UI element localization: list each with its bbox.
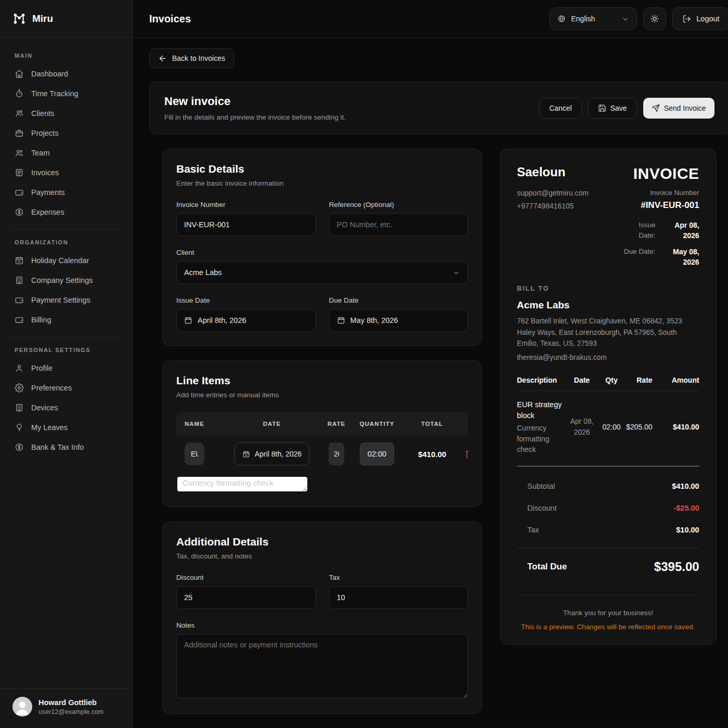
sidebar-item-label: Devices [31, 404, 58, 412]
sidebar-item-devices[interactable]: Devices [8, 398, 124, 418]
notes-textarea[interactable] [176, 634, 468, 698]
line-item-quantity-input[interactable] [360, 443, 394, 465]
calendar-icon [337, 316, 345, 324]
section-label-main: MAIN [15, 53, 118, 59]
preview-column: Saeloun support@getmiru.com +97774984161… [500, 149, 717, 714]
preview-col-description: Description [517, 376, 565, 384]
preview-col-qty: Qty [599, 376, 624, 384]
due-date-value: May 8th, 2026 [350, 316, 398, 324]
dollar-icon [15, 207, 24, 217]
preview-footer: Thank you for your business! This is a p… [517, 595, 699, 631]
tax-total-value: $10.00 [676, 526, 699, 534]
sidebar-item-holiday-calendar[interactable]: 31 Holiday Calendar [8, 251, 124, 270]
sidebar-item-label: Holiday Calendar [31, 256, 89, 265]
issue-date-value: April 8th, 2026 [198, 316, 246, 324]
sidebar-item-time-tracking[interactable]: Time Tracking [8, 84, 124, 103]
logout-button[interactable]: Logout [672, 7, 728, 30]
due-date-caption: Due Date: [623, 246, 656, 268]
sidebar-item-company-settings[interactable]: Company Settings [8, 270, 124, 290]
sidebar-item-dashboard[interactable]: Dashboard [8, 64, 124, 84]
preview-table-row: EUR strategy block Currency formatting c… [517, 391, 699, 466]
topbar-controls: English Logout [550, 7, 728, 30]
sidebar-item-profile[interactable]: Profile [8, 358, 124, 378]
preview-invoice-block: INVOICE Invoice Number #INV-EUR-001 Issu… [623, 165, 699, 267]
topbar: Invoices English Logout [133, 0, 728, 38]
gear-icon [15, 383, 24, 393]
sidebar-item-label: Team [31, 149, 49, 157]
line-item-description-textarea[interactable]: Currency formatting check [177, 477, 307, 491]
sidebar-item-label: Clients [31, 109, 54, 118]
preview-col-date: Date [567, 376, 597, 384]
card-icon [15, 295, 24, 305]
sidebar-item-expenses[interactable]: Expenses [8, 202, 124, 222]
invoice-number-label: Invoice Number [176, 201, 316, 209]
sidebar-item-projects[interactable]: Projects [8, 123, 124, 143]
company-phone: +9777498416105 [517, 200, 589, 213]
send-invoice-button[interactable]: Send Invoice [643, 98, 714, 119]
line-items-table: NAME DATE RATE QUANTITY TOTAL 31 [176, 412, 468, 473]
sidebar-item-invoices[interactable]: Invoices [8, 163, 124, 183]
sidebar-item-billing[interactable]: Billing [8, 310, 124, 330]
row-discount-tax: Discount Tax [176, 574, 468, 609]
line-item-date-value: April 8th, 2026 [255, 450, 302, 458]
save-button[interactable]: Save [588, 98, 637, 119]
notes-field-group: Notes [176, 621, 468, 700]
preview-table-header: Description Date Qty Rate Amount [517, 376, 699, 391]
cancel-button[interactable]: Cancel [539, 98, 582, 119]
tax-label: Tax [329, 574, 469, 581]
line-item-rate-input[interactable] [329, 443, 344, 465]
additional-details-subtitle: Tax, discount, and notes [176, 552, 468, 560]
user-card[interactable]: Howard Gottlieb user12@example.com [0, 688, 132, 728]
invoice-number-input[interactable] [176, 213, 316, 236]
client-select-value: Acme Labs [184, 268, 222, 277]
reference-input[interactable] [329, 213, 469, 236]
briefcase-icon [15, 128, 24, 138]
due-date-input[interactable]: May 8th, 2026 [329, 309, 469, 332]
theme-toggle-button[interactable] [643, 7, 666, 30]
tax-input[interactable] [329, 586, 469, 609]
issue-date-input[interactable]: April 8th, 2026 [176, 309, 316, 332]
discount-input[interactable] [176, 586, 316, 609]
globe-icon [557, 15, 566, 23]
sidebar-item-label: My Leaves [31, 423, 68, 432]
language-select[interactable]: English [550, 7, 637, 30]
sidebar-item-payment-settings[interactable]: Payment Settings [8, 290, 124, 310]
line-item-name-input[interactable] [185, 443, 204, 465]
col-name: NAME [185, 421, 221, 427]
send-label: Send Invoice [664, 104, 706, 112]
card-icon [15, 315, 24, 324]
line-item-row: 31 April 8th, 2026 $410.00 [176, 435, 468, 473]
page-header-title: Invoices [149, 13, 191, 25]
reference-field-group: Reference (Optional) [329, 201, 469, 236]
sidebar-item-my-leaves[interactable]: My Leaves [8, 418, 124, 437]
additional-details-card: Additional Details Tax, discount, and no… [162, 522, 482, 714]
discount-row: Discount -$25.00 [527, 504, 699, 512]
sidebar-item-payments[interactable]: Payments [8, 183, 124, 202]
invoice-icon [15, 168, 24, 177]
subtotal-value: $410.00 [672, 482, 699, 490]
sidebar-item-clients[interactable]: Clients [8, 103, 124, 123]
due-date-row: Due Date: May 08, 2026 [623, 246, 699, 268]
back-to-invoices-button[interactable]: Back to Invoices [149, 48, 234, 68]
delete-line-item-button[interactable] [465, 449, 468, 459]
user-info: Howard Gottlieb user12@example.com [38, 698, 103, 716]
due-date-label: Due Date [329, 296, 469, 304]
preview-row-amount: $410.00 [655, 423, 699, 431]
invoice-number-value: #INV-EUR-001 [623, 200, 699, 211]
page-title: New invoice [164, 95, 346, 108]
logout-icon [682, 15, 691, 23]
sidebar-item-bank-tax-info[interactable]: Bank & Tax Info [8, 437, 124, 457]
chevron-down-icon [621, 15, 629, 23]
sidebar: Miru MAIN Dashboard Time Tracking Client… [0, 0, 133, 728]
avatar [12, 697, 32, 717]
sidebar-item-team[interactable]: Team [8, 143, 124, 163]
line-items-table-header: NAME DATE RATE QUANTITY TOTAL [176, 412, 468, 435]
line-item-date-input[interactable]: 31 April 8th, 2026 [235, 443, 309, 465]
preview-warning-note: This is a preview. Changes will be refle… [517, 623, 699, 631]
user-icon [15, 363, 24, 373]
user-email: user12@example.com [38, 708, 103, 716]
client-select[interactable]: Acme Labs [176, 261, 468, 284]
sidebar-item-preferences[interactable]: Preferences [8, 378, 124, 398]
save-icon [598, 104, 606, 112]
form-and-preview: Basic Details Enter the basic invoice in… [149, 149, 728, 728]
